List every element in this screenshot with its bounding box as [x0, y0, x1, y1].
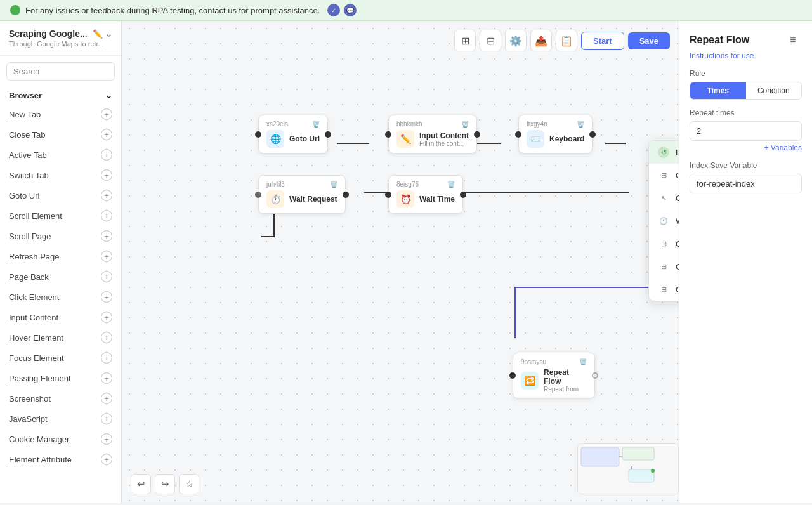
collapse-icon[interactable]: ⌄	[105, 29, 112, 39]
repeat-times-input[interactable]	[690, 121, 802, 141]
discord-icon: 💬	[344, 4, 357, 16]
sidebar-item-label: Input Content	[9, 313, 58, 322]
sidebar-item-label: Click Element	[9, 292, 59, 302]
rule-section: Rule Times Condition	[690, 69, 802, 100]
star-button[interactable]: ☆	[179, 474, 199, 494]
node-icon: ⏱️	[266, 190, 284, 208]
export-icon[interactable]: 📤	[530, 30, 552, 51]
notes-icon[interactable]: 📋	[556, 30, 577, 51]
sidebar: Scraping Google... ✏️ ⌄ Through Google M…	[0, 21, 122, 503]
dropdown-item-wait-time[interactable]: 🕐 Wait Time	[649, 209, 679, 232]
sidebar-item-click-element[interactable]: Click Element +	[0, 287, 121, 307]
add-javascript-icon[interactable]: +	[101, 413, 112, 424]
dropdown-item-get-element-3[interactable]: ⊞ Get Element Data	[649, 255, 679, 278]
add-switch-tab-icon[interactable]: +	[101, 169, 112, 181]
undo-button[interactable]: ↩	[131, 474, 151, 494]
node-input-content[interactable]: bbhkmkb 🗑️ ✏️ Input Content Fill in the …	[388, 115, 477, 154]
redo-button[interactable]: ↪	[155, 474, 175, 494]
sidebar-item-refresh-page[interactable]: Refresh Page +	[0, 246, 121, 266]
search-input[interactable]	[6, 62, 115, 81]
svg-rect-6	[581, 447, 619, 466]
sidebar-item-page-back[interactable]: Page Back +	[0, 266, 121, 287]
add-new-tab-icon[interactable]: +	[101, 108, 112, 120]
sidebar-item-label: Close Tab	[9, 130, 46, 140]
sidebar-item-switch-tab[interactable]: Switch Tab +	[0, 165, 121, 185]
dropdown-item-click-element[interactable]: ↖ Click Element	[649, 187, 679, 209]
node-repeat-flow[interactable]: 9psmysu 🗑️ 🔁 Repeat Flow Repeat from	[513, 353, 595, 398]
add-cookie-manager-icon[interactable]: +	[101, 433, 112, 445]
node-icon: 🌐	[266, 130, 284, 148]
sidebar-item-label: Active Tab	[9, 150, 47, 160]
layers-icon[interactable]: ⊟	[480, 30, 501, 51]
sidebar-item-label: Switch Tab	[9, 171, 49, 180]
add-focus-element-icon[interactable]: +	[101, 352, 112, 364]
add-page-back-icon[interactable]: +	[101, 271, 112, 282]
add-click-element-icon[interactable]: +	[101, 291, 112, 303]
svg-rect-7	[622, 447, 654, 460]
sidebar-item-cookie-manager[interactable]: Cookie Manager +	[0, 429, 121, 449]
project-name: Scraping Google...	[9, 29, 88, 39]
tab-condition[interactable]: Condition	[746, 82, 802, 99]
sidebar-item-label: New Tab	[9, 110, 41, 119]
dropdown-item-get-element-4[interactable]: ⊞ Get Element Data	[649, 278, 679, 301]
right-panel: Repeat Flow ≡ Instructions for use Rule …	[679, 21, 812, 503]
index-save-label: Index Save Variable	[690, 161, 802, 170]
cursor-icon: ↖	[658, 192, 669, 204]
sidebar-item-screenshot[interactable]: Screenshot +	[0, 388, 121, 409]
start-button[interactable]: Start	[581, 32, 624, 50]
add-active-tab-icon[interactable]: +	[101, 149, 112, 161]
status-dot	[10, 5, 20, 15]
add-scroll-element-icon[interactable]: +	[101, 210, 112, 221]
node-goto-url[interactable]: xs20els 🗑️ 🌐 Goto Url	[258, 115, 328, 154]
canvas-area[interactable]: ⊞ ⊟ ⚙️ 📤 📋 Start Save	[122, 21, 679, 503]
add-close-tab-icon[interactable]: +	[101, 129, 112, 140]
save-button[interactable]: Save	[628, 32, 670, 49]
add-goto-url-icon[interactable]: +	[101, 190, 112, 201]
sidebar-item-active-tab[interactable]: Active Tab +	[0, 145, 121, 165]
add-element-attribute-icon[interactable]: +	[101, 454, 112, 465]
add-input-content-icon[interactable]: +	[101, 312, 112, 323]
sidebar-item-label: Scroll Element	[9, 211, 62, 221]
dropdown-label: Click Element	[676, 193, 679, 203]
sidebar-item-close-tab[interactable]: Close Tab +	[0, 124, 121, 145]
sidebar-item-element-attribute[interactable]: Element Attribute +	[0, 449, 121, 469]
node-wait-time[interactable]: 8eisg76 🗑️ ⏰ Wait Time	[388, 175, 463, 214]
svg-point-11	[651, 469, 655, 473]
edit-icon[interactable]: ✏️	[93, 29, 103, 39]
sidebar-item-focus-element[interactable]: Focus Element +	[0, 348, 121, 368]
instructions-link[interactable]: Instructions for use	[690, 51, 802, 60]
dropdown-item-get-element-1[interactable]: ⊞ Get Element Data	[649, 164, 679, 187]
node-wait-request[interactable]: juh4il3 🗑️ ⏱️ Wait Request	[258, 175, 346, 214]
dropdown-item-get-element-2[interactable]: ⊞ Get Element Data	[649, 232, 679, 255]
index-save-input[interactable]	[690, 174, 802, 193]
sidebar-item-input-content[interactable]: Input Content +	[0, 307, 121, 327]
sidebar-item-hover-element[interactable]: Hover Element +	[0, 327, 121, 348]
settings-icon[interactable]: ⚙️	[505, 30, 527, 51]
minimap[interactable]	[577, 443, 679, 494]
add-passing-element-icon[interactable]: +	[101, 372, 112, 384]
panel-menu-icon[interactable]: ≡	[784, 31, 802, 49]
tab-times[interactable]: Times	[690, 82, 746, 99]
index-save-section: Index Save Variable	[690, 161, 802, 193]
node-keyboard[interactable]: frxgy4n 🗑️ ⌨️ Keyboard	[518, 115, 593, 154]
section-collapse-icon: ⌄	[105, 91, 112, 100]
add-hover-element-icon[interactable]: +	[101, 332, 112, 343]
section-label: Browser	[9, 91, 42, 100]
clock-icon: 🕐	[658, 215, 669, 226]
sidebar-item-goto-url[interactable]: Goto Url +	[0, 185, 121, 206]
dropdown-item-loop-element[interactable]: ↺ Loop Element	[649, 141, 679, 164]
grid-icon[interactable]: ⊞	[454, 30, 476, 51]
add-screenshot-icon[interactable]: +	[101, 393, 112, 404]
sidebar-item-scroll-page[interactable]: Scroll Page +	[0, 226, 121, 246]
table-icon: ⊞	[658, 169, 669, 181]
variables-link[interactable]: + Variables	[690, 143, 802, 152]
add-scroll-page-icon[interactable]: +	[101, 230, 112, 242]
sidebar-item-passing-element[interactable]: Passing Element +	[0, 368, 121, 388]
browser-section[interactable]: Browser ⌄	[0, 87, 121, 104]
sidebar-item-javascript[interactable]: JavaScript +	[0, 409, 121, 429]
node-id: 8eisg76 🗑️	[396, 181, 455, 188]
sidebar-item-new-tab[interactable]: New Tab +	[0, 104, 121, 124]
add-refresh-page-icon[interactable]: +	[101, 251, 112, 262]
sidebar-item-scroll-element[interactable]: Scroll Element +	[0, 206, 121, 226]
repeat-times-section: Repeat times + Variables	[690, 108, 802, 152]
